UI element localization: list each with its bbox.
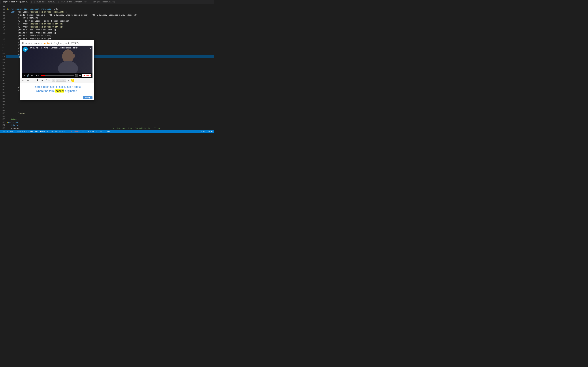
line-97: (frame-w (frame-outer-width)) — [6, 34, 214, 37]
playback-controls: ⏮ ↺ ↺ ⏸ ⏭ Speed: ▼ Normal ▲ T 💡 — [20, 78, 94, 83]
replay-10-button[interactable]: ↺ — [31, 78, 35, 82]
tab-popweb-dict-bing[interactable]: popweb-dict-bing.el — [33, 0, 57, 4]
normal-badge-arrow: ▲ — [63, 79, 65, 81]
popup-title-suffix: in English (1 out of 2222): — [51, 42, 79, 44]
status-position: 104:10 — [1, 130, 8, 132]
pause-button[interactable]: ⏸ — [35, 78, 39, 82]
line-numbers: 87 88 89 90 91 92 93 94 95 96 97 98 99 1… — [0, 4, 6, 130]
subtitle-line2-after: originated. — [64, 90, 78, 92]
status-context: [popweb-dict-youglish-translate] — [16, 130, 48, 132]
video-thumbnail — [22, 46, 93, 78]
line-88: (defun popweb-dict-youglish-translate (i… — [6, 8, 214, 11]
line-127: (interac — [6, 124, 214, 127]
subtitle-line2-before: where the term — [36, 90, 55, 92]
replay-5-button[interactable]: ↺ — [26, 78, 30, 82]
line-126: (defun pop — [6, 121, 214, 124]
line-128: (popweb- dict-prompt-input "Youglish dic… — [6, 127, 214, 130]
line-89: (let* ((position (popweb-get-cursor-coor… — [6, 10, 214, 14]
status-extra: exit-minibuffer — [83, 130, 98, 132]
tab-bar: popweb-dict-youglish.el | popweb-dict-bi… — [0, 0, 214, 4]
status-date: 12-02 — [200, 130, 205, 132]
video-container: hp Rivolta: Inside the Mind of Canada's … — [22, 46, 93, 78]
progress-fill — [41, 75, 45, 76]
code-editor: 87 88 89 90 91 92 93 94 95 96 97 98 99 1… — [0, 4, 214, 130]
subtitle-line1: There's been a lot of speculation about — [33, 85, 81, 88]
lightbulb-button[interactable]: 💡 — [71, 79, 74, 82]
line-95: (frame-x (car (frame-position))) — [6, 28, 214, 32]
tab-popweb-dict-youglish[interactable]: popweb-dict-youglish.el — [1, 0, 30, 4]
prev-button[interactable]: ⏮ — [22, 78, 25, 82]
tab-dir-extension-dict[interactable]: Dir [extension/dict] — [91, 0, 117, 4]
status-percent: 41% — [10, 130, 13, 132]
share-button[interactable]: ⟳ — [89, 47, 91, 50]
line-122 — [6, 109, 214, 112]
line-93: (x-offset (popweb-get-cursor-x-offset)) — [6, 23, 214, 25]
speed-label: Speed: — [46, 79, 52, 81]
status-zoom: [100%] — [104, 130, 111, 132]
line-121 — [6, 106, 214, 109]
line-125: ;;;###auto — [6, 118, 214, 121]
popup-title-word: hacker — [43, 42, 51, 44]
speed-dropdown[interactable]: ▼ — [52, 79, 55, 82]
subtitles-button[interactable]: ⬛ — [75, 74, 78, 77]
line-119 — [6, 100, 214, 103]
tab-separator-2: | — [58, 1, 59, 3]
settings-button[interactable]: ⚙ — [79, 74, 80, 77]
line-124 — [6, 115, 214, 118]
speed-dropdown-arrow: ▼ — [53, 79, 54, 81]
popup-title-prefix: How to pronounce — [22, 42, 43, 44]
line-120 — [6, 103, 214, 106]
speed-control: Speed: ▼ Normal ▲ — [46, 79, 66, 82]
line-91: (x (car position)) — [6, 17, 214, 20]
next-button-area: Next ▶ — [20, 96, 94, 100]
subtitle-highlighted-word: hacker — [55, 90, 64, 92]
line-94: (y-offset (popweb-get-cursor-y-offset)) — [6, 25, 214, 29]
line-92: (y (- (cdr position) window-header-heigh… — [6, 20, 214, 23]
normal-speed-badge[interactable]: Normal ▲ — [56, 79, 66, 82]
line-123: (popwe — [6, 112, 214, 115]
status-on-off: ON — [100, 130, 102, 132]
line-98: (frame-h (frame-outer-height)) — [6, 37, 214, 41]
progress-bar[interactable] — [41, 75, 74, 76]
volume-button[interactable]: 🔊 — [26, 74, 30, 77]
status-mode: emacs-lisp — [70, 130, 80, 132]
status-path: ./extension/dict/ — [50, 130, 68, 132]
subtitle-text: There's been a lot of speculation about … — [23, 85, 92, 93]
subtitle-area: There's been a lot of speculation about … — [20, 83, 94, 96]
person-silhouette — [56, 47, 80, 76]
status-left: 104:10 41% [popweb-dict-youglish-transla… — [1, 130, 111, 132]
tab-separator-1: | — [31, 1, 32, 3]
next-video-button[interactable]: Next ▶ — [83, 96, 93, 99]
time-display: 2:40 / 20:01 — [31, 75, 40, 76]
line-87 — [6, 5, 214, 8]
line-90: (window-header-height (- (nth 1 (window-… — [6, 14, 214, 17]
tab-separator-4: | — [117, 1, 118, 3]
play-pause-button[interactable]: ⏸ — [23, 74, 25, 77]
channel-logo: hp — [23, 47, 28, 52]
status-right: 12-02 18:46 — [200, 130, 213, 132]
video-controls-bar: ⏸ 🔊 2:40 / 20:01 ⬛ ⚙ YouTube — [22, 73, 93, 78]
popup-title: How to pronounce hacker in English (1 ou… — [20, 40, 94, 46]
pronunciation-popup: How to pronounce hacker in English (1 ou… — [20, 40, 94, 100]
svg-point-3 — [73, 54, 75, 58]
tab-dir-extension-dict-2[interactable]: Dir [extension/dict]<2> — [60, 0, 89, 4]
line-96: (frame-y (cdr (frame-position))) — [6, 32, 214, 34]
youtube-logo: YouTube — [82, 74, 91, 77]
text-toggle-button[interactable]: T — [67, 79, 70, 82]
status-time: 18:46 — [208, 130, 213, 132]
video-title: Rivolta: Inside the Mind of Canada's Mos… — [29, 47, 86, 49]
tab-separator-3: | — [89, 1, 90, 3]
status-bar: 104:10 41% [popweb-dict-youglish-transla… — [0, 130, 214, 133]
next-button[interactable]: ⏭ — [40, 78, 44, 82]
